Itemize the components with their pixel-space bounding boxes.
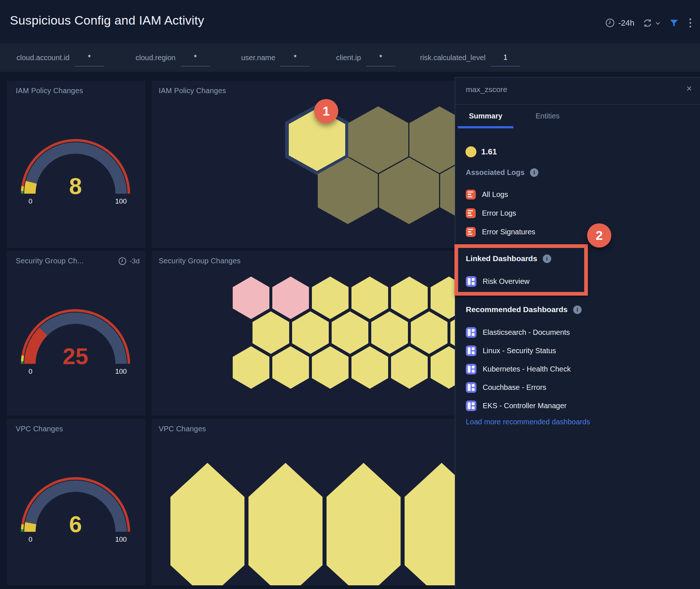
detail-side-panel: max_zscore × Summary Entities 1.61 Assoc… (455, 77, 700, 589)
dashboard-app: Suspicious Config and IAM Activity -24h (0, 0, 700, 589)
svg-text:6: 6 (69, 511, 82, 537)
filter-item-cloud.region[interactable]: cloud.region* (136, 43, 210, 72)
list-item-label: All Logs (482, 190, 508, 199)
dashboard-icon (466, 364, 476, 374)
gauge-chart-vpc[interactable]: 60100 (7, 419, 145, 585)
gauge-chart-security-group[interactable]: 250100 (7, 251, 145, 416)
associated-logs-list: All LogsError LogsError Signatures (466, 188, 535, 238)
list-item-couchbase-errors[interactable]: Couchbase - Errors (466, 381, 571, 394)
svg-text:8: 8 (69, 173, 82, 199)
panel-iam-policy-gauge: IAM Policy Changes 80100 (7, 81, 145, 248)
filter-value-input[interactable]: * (280, 53, 310, 66)
filter-item-user.name[interactable]: user.name* (241, 43, 310, 72)
filter-item-cloud.account.id[interactable]: cloud.account.id* (16, 43, 104, 72)
panel-vpc-honeycomb: VPC Changes (152, 419, 455, 585)
panel-security-group-honeycomb: Security Group Changes (152, 251, 455, 416)
log-icon (466, 227, 476, 237)
dashboard-icon (466, 327, 476, 338)
annotation-badge-2: 2 (587, 223, 611, 248)
annotation-badge-1: 1 (314, 99, 338, 123)
close-icon[interactable]: × (686, 84, 692, 93)
filter-button[interactable] (669, 18, 679, 28)
honeycomb-chart-vpc[interactable] (152, 419, 455, 585)
filter-label: client.ip (336, 54, 361, 62)
svg-text:100: 100 (115, 367, 127, 375)
honeycomb-chart-iam-policy[interactable] (152, 81, 455, 248)
list-item-label: EKS - Controller Manager (483, 402, 567, 410)
filter-value-input[interactable]: * (75, 53, 104, 66)
info-icon[interactable] (573, 306, 582, 314)
panel-iam-policy-honeycomb: IAM Policy Changes (152, 81, 455, 248)
page-title: Suspicious Config and IAM Activity (10, 13, 204, 28)
list-item-eks-controller-manager[interactable]: EKS - Controller Manager (466, 399, 571, 412)
annotation-highlight-box (454, 244, 588, 296)
list-item-error-logs[interactable]: Error Logs (466, 207, 535, 219)
tab-entities[interactable]: Entities (516, 105, 579, 128)
filter-label: user.name (241, 54, 275, 62)
load-more-link[interactable]: Load more recommended dashboards (466, 418, 590, 426)
gauge-chart-iam-policy[interactable]: 80100 (7, 81, 145, 248)
refresh-button[interactable] (642, 18, 661, 28)
list-item-label: Elasticsearch - Documents (483, 328, 570, 337)
score-row: 1.61 (465, 146, 497, 157)
filter-item-risk.calculated_level[interactable]: risk.calculated_level1 (420, 43, 520, 72)
recommended-dashboards-list: Elasticsearch - DocumentsLinux - Securit… (466, 326, 571, 412)
side-panel-header: max_zscore × (455, 77, 700, 105)
tab-summary[interactable]: Summary (458, 105, 513, 128)
refresh-icon (642, 18, 653, 28)
panel-vpc-gauge: VPC Changes 60100 (7, 419, 145, 585)
svg-text:25: 25 (63, 343, 88, 369)
kebab-menu-icon[interactable] (687, 18, 693, 28)
chevron-down-icon (655, 20, 661, 26)
dashboard-icon (466, 382, 476, 393)
header-actions: -24h (605, 18, 693, 28)
svg-text:0: 0 (29, 535, 33, 543)
list-item-label: Couchbase - Errors (483, 383, 546, 392)
filter-value-input[interactable]: * (181, 53, 210, 66)
honeycomb-chart-security-group[interactable] (152, 251, 455, 416)
time-range-button[interactable]: -24h (605, 18, 634, 28)
log-icon (466, 190, 476, 200)
list-item-label: Error Logs (482, 209, 516, 217)
time-range-label: -24h (618, 18, 634, 28)
filter-label: cloud.region (136, 54, 176, 62)
log-icon (466, 208, 476, 218)
recommended-dashboards-heading: Recommended Dashboards (466, 305, 582, 314)
score-value: 1.61 (481, 147, 497, 157)
svg-text:100: 100 (115, 535, 127, 543)
filter-label: risk.calculated_level (420, 54, 486, 62)
side-panel-tabs: Summary Entities (458, 105, 579, 128)
filter-icon (669, 18, 679, 28)
list-item-label: Linux - Security Status (483, 347, 556, 355)
info-icon[interactable] (530, 168, 538, 177)
filter-value-input[interactable]: 1 (491, 53, 520, 66)
svg-text:0: 0 (29, 367, 33, 375)
filter-value-input[interactable]: * (366, 53, 395, 66)
header: Suspicious Config and IAM Activity -24h (0, 0, 700, 43)
filter-item-client.ip[interactable]: client.ip* (336, 43, 395, 72)
svg-text:100: 100 (115, 197, 127, 205)
list-item-all-logs[interactable]: All Logs (466, 188, 535, 201)
associated-logs-heading: Associated Logs (466, 168, 538, 177)
list-item-label: Kubernetes - Health Check (483, 365, 571, 373)
dashboard-icon (466, 345, 476, 356)
score-status-dot (465, 146, 476, 157)
filter-bar: cloud.account.id*cloud.region*user.name*… (0, 43, 700, 72)
list-item-elasticsearch-documents[interactable]: Elasticsearch - Documents (466, 326, 571, 339)
filter-label: cloud.account.id (16, 54, 70, 62)
side-panel-title: max_zscore (466, 85, 507, 94)
list-item-linux-security-status[interactable]: Linux - Security Status (466, 344, 571, 357)
list-item-kubernetes-health-check[interactable]: Kubernetes - Health Check (466, 363, 571, 375)
svg-text:0: 0 (29, 197, 33, 205)
list-item-label: Error Signatures (482, 228, 535, 236)
list-item-error-signatures[interactable]: Error Signatures (466, 226, 535, 238)
clock-icon (605, 18, 615, 28)
panel-security-group-gauge: Security Group Ch... -3d 250100 (7, 251, 145, 416)
dashboard-icon (466, 400, 476, 411)
